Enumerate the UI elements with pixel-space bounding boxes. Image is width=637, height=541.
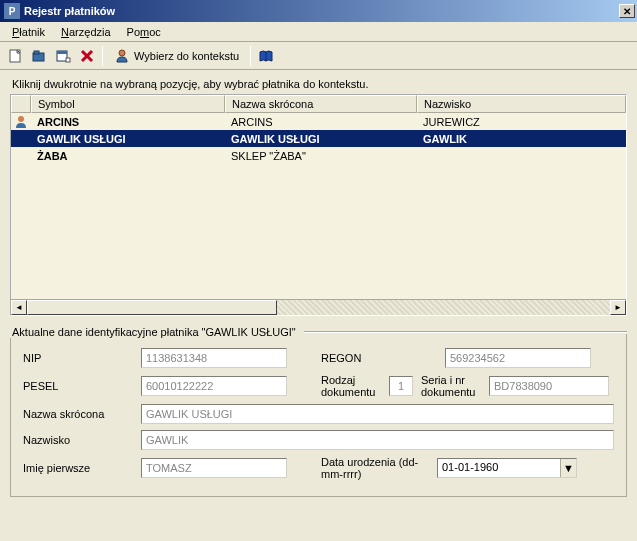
scroll-right-icon[interactable]: ► xyxy=(610,300,626,315)
label-nazwa-skrocona: Nazwa skrócona xyxy=(23,408,133,420)
scroll-left-icon[interactable]: ◄ xyxy=(11,300,27,315)
seria-nr-field[interactable]: BD7838090 xyxy=(489,376,609,396)
properties-icon[interactable] xyxy=(52,45,74,67)
new-document-icon[interactable] xyxy=(4,45,26,67)
data-urodzenia-value: 01-01-1960 xyxy=(438,459,560,477)
cell-symbol: ARCINS xyxy=(31,115,225,129)
cell-nazwisko: GAWLIK xyxy=(417,132,626,146)
hint-text: Kliknij dwukrotnie na wybraną pozycję, a… xyxy=(12,78,627,90)
scroll-track[interactable] xyxy=(27,300,610,315)
svg-rect-3 xyxy=(34,51,39,54)
app-icon: P xyxy=(4,3,20,19)
toolbar: Wybierz do kontekstu xyxy=(0,42,637,70)
nip-field[interactable]: 1138631348 xyxy=(141,348,287,368)
column-symbol[interactable]: Symbol xyxy=(31,95,225,113)
menu-narzedzia[interactable]: Narzędzia xyxy=(53,24,119,40)
label-nip: NIP xyxy=(23,352,133,364)
close-button[interactable]: ✕ xyxy=(619,4,635,18)
pesel-field[interactable]: 60010122222 xyxy=(141,376,287,396)
cell-nazwa: ARCINS xyxy=(225,115,417,129)
label-pesel: PESEL xyxy=(23,380,133,392)
table-body: ARCINSARCINSJUREWICZGAWLIK USŁUGIGAWLIK … xyxy=(11,113,626,299)
label-regon: REGON xyxy=(321,352,389,364)
cell-symbol: GAWLIK USŁUGI xyxy=(31,132,225,146)
nazwisko-field[interactable]: GAWLIK xyxy=(141,430,614,450)
titlebar: P Rejestr płatników ✕ xyxy=(0,0,637,22)
svg-rect-5 xyxy=(57,51,67,54)
details-title: Aktualne dane identyfikacyjne płatnika "… xyxy=(10,326,627,338)
rodzaj-dokumentu-field[interactable]: 1 xyxy=(389,376,413,396)
payer-table: Symbol Nazwa skrócona Nazwisko ARCINSARC… xyxy=(10,94,627,316)
select-to-context-button[interactable]: Wybierz do kontekstu xyxy=(107,45,246,67)
help-book-icon[interactable] xyxy=(255,45,277,67)
svg-point-11 xyxy=(18,116,24,122)
label-seria-nr: Seria i nr dokumentu xyxy=(421,374,481,398)
cell-nazwa: GAWLIK USŁUGI xyxy=(225,132,417,146)
data-urodzenia-field[interactable]: 01-01-1960 ▼ xyxy=(437,458,577,478)
menu-pomoc[interactable]: Pomoc xyxy=(119,24,169,40)
select-to-context-label: Wybierz do kontekstu xyxy=(134,50,239,62)
menubar: Płatnik Narzędzia Pomoc xyxy=(0,22,637,42)
label-nazwisko: Nazwisko xyxy=(23,434,133,446)
row-icon xyxy=(11,115,31,129)
scroll-thumb[interactable] xyxy=(27,300,277,315)
nazwa-skrocona-field[interactable]: GAWLIK USŁUGI xyxy=(141,404,614,424)
label-data-urodzenia: Data urodzenia (dd-mm-rrrr) xyxy=(321,456,429,480)
regon-field[interactable]: 569234562 xyxy=(445,348,591,368)
column-icon[interactable] xyxy=(11,95,31,113)
delete-icon[interactable] xyxy=(76,45,98,67)
svg-point-9 xyxy=(119,50,125,56)
toolbar-separator xyxy=(250,46,251,66)
cell-nazwisko: JUREWICZ xyxy=(417,115,626,129)
table-header: Symbol Nazwa skrócona Nazwisko xyxy=(11,95,626,113)
table-row[interactable]: ŻABASKLEP "ŻABA" xyxy=(11,147,626,164)
horizontal-scrollbar[interactable]: ◄ ► xyxy=(11,299,626,315)
column-nazwisko[interactable]: Nazwisko xyxy=(417,95,626,113)
content-area: Kliknij dwukrotnie na wybraną pozycję, a… xyxy=(0,70,637,507)
window-title: Rejestr płatników xyxy=(24,5,619,17)
toolbar-separator xyxy=(102,46,103,66)
details-group: Aktualne dane identyfikacyjne płatnika "… xyxy=(10,334,627,497)
open-icon[interactable] xyxy=(28,45,50,67)
column-nazwa-skrocona[interactable]: Nazwa skrócona xyxy=(225,95,417,113)
cell-nazwisko xyxy=(417,155,626,157)
label-imie: Imię pierwsze xyxy=(23,462,133,474)
cell-symbol: ŻABA xyxy=(31,149,225,163)
menu-platnik[interactable]: Płatnik xyxy=(4,24,53,40)
cell-nazwa: SKLEP "ŻABA" xyxy=(225,149,417,163)
user-icon xyxy=(114,48,130,64)
table-row[interactable]: ARCINSARCINSJUREWICZ xyxy=(11,113,626,130)
date-dropdown-icon[interactable]: ▼ xyxy=(560,459,576,477)
imie-field[interactable]: TOMASZ xyxy=(141,458,287,478)
table-row[interactable]: GAWLIK USŁUGIGAWLIK USŁUGIGAWLIK xyxy=(11,130,626,147)
svg-rect-6 xyxy=(66,58,70,62)
label-rodzaj-dokumentu: Rodzaj dokumentu xyxy=(321,374,381,398)
